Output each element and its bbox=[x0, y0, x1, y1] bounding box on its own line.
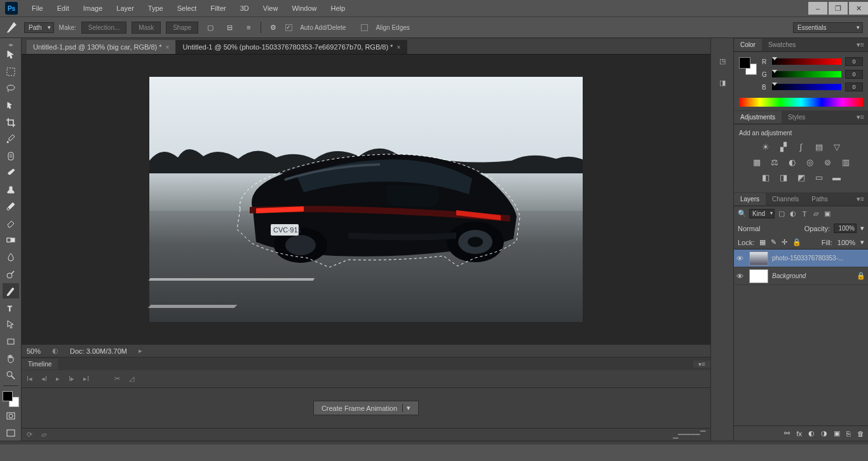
filter-shape-icon[interactable]: ▱ bbox=[811, 210, 820, 218]
layer-row[interactable]: 👁 photo-1503376780353-... bbox=[734, 250, 868, 267]
vibrance-icon[interactable]: ▽ bbox=[831, 142, 843, 152]
invert-icon[interactable]: ◧ bbox=[760, 172, 771, 182]
panel-menu-icon[interactable]: ▾≡ bbox=[693, 361, 710, 368]
first-frame-icon[interactable]: I◂ bbox=[27, 375, 32, 383]
g-slider[interactable] bbox=[772, 71, 841, 77]
timeline-opt-icon[interactable]: ▱ bbox=[41, 431, 46, 439]
eyedropper-tool[interactable] bbox=[3, 131, 19, 147]
selection-button[interactable]: Selection... bbox=[81, 22, 126, 34]
path-select-tool[interactable] bbox=[3, 317, 19, 333]
gradient-map-icon[interactable]: ▭ bbox=[813, 172, 825, 182]
hand-tool[interactable] bbox=[3, 351, 19, 366]
pen-tool-icon[interactable] bbox=[5, 20, 19, 34]
path-ops-icon[interactable]: ▢ bbox=[203, 20, 217, 34]
color-tab[interactable]: Color bbox=[734, 39, 762, 51]
timeline-zoom-slider[interactable]: ▁━━━━━▔ bbox=[673, 431, 705, 439]
transition-icon[interactable]: ◿ bbox=[129, 375, 134, 383]
type-tool[interactable]: T bbox=[3, 300, 19, 316]
shape-button[interactable]: Shape bbox=[166, 22, 198, 34]
group-icon[interactable]: ▣ bbox=[834, 429, 840, 438]
delete-layer-icon[interactable]: 🗑 bbox=[857, 430, 864, 438]
maximize-button[interactable]: ❐ bbox=[829, 2, 848, 15]
filter-kind-dropdown[interactable]: Kind bbox=[749, 209, 775, 218]
zoom-tool[interactable] bbox=[3, 368, 19, 384]
tools-gripper[interactable] bbox=[2, 42, 20, 46]
cut-icon[interactable]: ✂ bbox=[114, 375, 120, 383]
balance-icon[interactable]: ⚖ bbox=[769, 157, 780, 167]
mask-button[interactable]: Mask bbox=[132, 22, 161, 34]
gear-icon[interactable]: ⚙ bbox=[266, 20, 280, 34]
lock-position-icon[interactable]: ✢ bbox=[782, 238, 787, 246]
path-align-icon[interactable]: ⊟ bbox=[222, 20, 236, 34]
opacity-input[interactable]: 100% bbox=[834, 224, 857, 233]
visibility-icon[interactable]: 👁 bbox=[736, 255, 745, 262]
stamp-tool[interactable] bbox=[3, 182, 19, 198]
canvas[interactable]: CVC·911 bbox=[149, 77, 583, 322]
panel-menu-icon[interactable]: ▾≡ bbox=[853, 195, 868, 203]
channels-tab[interactable]: Channels bbox=[766, 193, 805, 205]
brush-tool[interactable] bbox=[3, 165, 19, 181]
lasso-tool[interactable] bbox=[3, 81, 19, 97]
layers-tab[interactable]: Layers bbox=[734, 193, 766, 205]
chevron-down-icon[interactable]: ▾ bbox=[402, 404, 410, 412]
gradient-tool[interactable] bbox=[3, 232, 19, 248]
history-icon[interactable]: ◳ bbox=[716, 55, 729, 67]
fill-adj-icon[interactable]: ◑ bbox=[821, 429, 827, 438]
layer-fx-icon[interactable]: fx bbox=[796, 430, 802, 438]
selective-color-icon[interactable]: ▬ bbox=[831, 172, 843, 182]
menu-layer[interactable]: Layer bbox=[110, 2, 140, 15]
chevron-down-icon[interactable]: ▾ bbox=[860, 224, 864, 232]
exposure-icon[interactable]: ▤ bbox=[813, 142, 825, 152]
prev-frame-icon[interactable]: ◂I bbox=[41, 375, 47, 383]
swatches-tab[interactable]: Swatches bbox=[762, 39, 802, 51]
b-value[interactable]: 0 bbox=[845, 83, 863, 91]
layer-thumbnail[interactable] bbox=[749, 251, 768, 265]
timeline-tab[interactable]: Timeline bbox=[22, 359, 58, 370]
filter-adjust-icon[interactable]: ◐ bbox=[789, 210, 797, 218]
filter-pixel-icon[interactable]: ▢ bbox=[777, 210, 786, 218]
fill-input[interactable]: 100% bbox=[837, 239, 855, 246]
b-slider[interactable] bbox=[772, 84, 841, 90]
quick-select-tool[interactable] bbox=[3, 98, 19, 114]
timeline-opt-icon[interactable]: ⟳ bbox=[27, 431, 32, 439]
paths-tab[interactable]: Paths bbox=[805, 193, 834, 205]
history-brush-tool[interactable] bbox=[3, 199, 19, 215]
marquee-tool[interactable] bbox=[3, 64, 19, 80]
threshold-icon[interactable]: ◩ bbox=[796, 172, 807, 182]
color-spectrum[interactable] bbox=[739, 98, 863, 107]
menu-select[interactable]: Select bbox=[171, 2, 203, 15]
filter-search-icon[interactable]: 🔍 bbox=[738, 210, 747, 218]
visibility-icon[interactable]: 👁 bbox=[736, 272, 745, 280]
lock-all-icon[interactable]: 🔒 bbox=[792, 238, 801, 246]
color-swatch[interactable] bbox=[3, 391, 19, 407]
menu-view[interactable]: View bbox=[257, 2, 285, 15]
menu-help[interactable]: Help bbox=[325, 2, 352, 15]
levels-icon[interactable]: ▞ bbox=[778, 142, 789, 152]
lookup-icon[interactable]: ▥ bbox=[840, 157, 851, 167]
r-slider[interactable] bbox=[772, 58, 841, 65]
lock-transparency-icon[interactable]: ▦ bbox=[759, 238, 766, 246]
g-value[interactable]: 0 bbox=[845, 70, 863, 79]
menu-window[interactable]: Window bbox=[285, 2, 323, 15]
last-frame-icon[interactable]: ▸I bbox=[83, 375, 89, 383]
r-value[interactable]: 0 bbox=[845, 57, 863, 66]
menu-file[interactable]: File bbox=[25, 2, 50, 15]
lock-pixels-icon[interactable]: ✎ bbox=[771, 238, 776, 246]
zoom-value[interactable]: 50% bbox=[27, 347, 41, 355]
posterize-icon[interactable]: ◨ bbox=[778, 172, 789, 182]
close-button[interactable]: ✕ bbox=[849, 2, 868, 15]
photo-filter-icon[interactable]: ◎ bbox=[804, 157, 816, 167]
crop-tool[interactable] bbox=[3, 114, 19, 130]
properties-icon[interactable]: ◨ bbox=[716, 76, 729, 89]
chevron-down-icon[interactable]: ▾ bbox=[860, 238, 864, 246]
move-tool[interactable] bbox=[3, 47, 19, 63]
auto-add-checkbox[interactable] bbox=[285, 24, 292, 31]
minimize-button[interactable]: – bbox=[808, 2, 827, 15]
zoom-slider-icon[interactable]: ◐ bbox=[52, 347, 58, 355]
blur-tool[interactable] bbox=[3, 250, 19, 265]
align-edges-checkbox[interactable] bbox=[361, 24, 368, 31]
menu-3d[interactable]: 3D bbox=[234, 2, 255, 15]
filter-smart-icon[interactable]: ▣ bbox=[823, 210, 832, 218]
link-layers-icon[interactable]: ⚯ bbox=[784, 429, 790, 438]
next-frame-icon[interactable]: I▸ bbox=[69, 375, 74, 383]
